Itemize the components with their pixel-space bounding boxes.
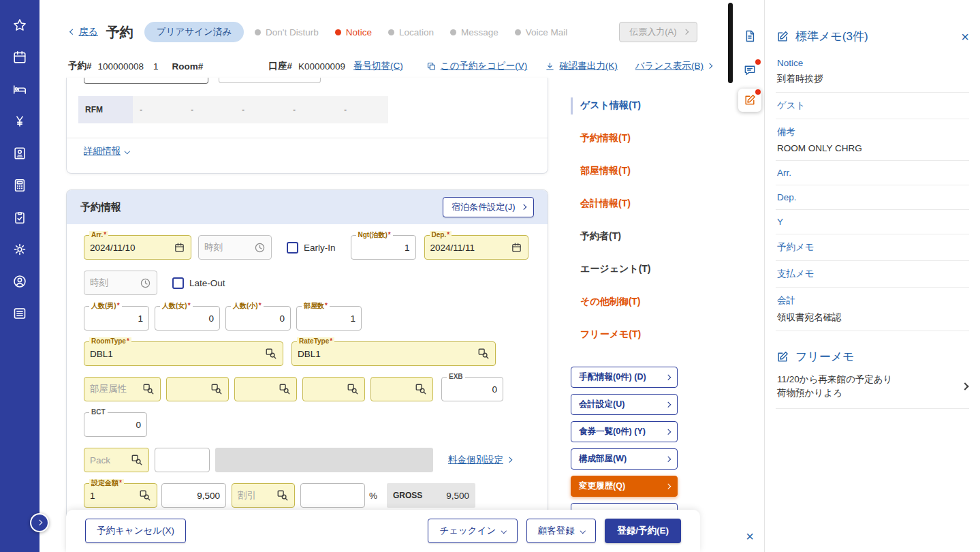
adult-female-field[interactable]: 人数(女)* 0 — [155, 306, 220, 331]
exb-field[interactable]: EXB 0 — [441, 377, 503, 401]
nav-booker[interactable]: 予約者(T) — [580, 230, 621, 243]
memo-item-guest[interactable]: ゲスト — [776, 93, 969, 119]
search-icon[interactable] — [210, 383, 223, 395]
user-circle-icon[interactable] — [10, 271, 30, 292]
clipboard-check-icon[interactable] — [10, 207, 30, 228]
discount-rate-field[interactable] — [300, 483, 365, 508]
child-field[interactable]: 人数(小)* 0 — [225, 306, 291, 331]
room-type-field[interactable]: RoomType* DBL1 — [84, 341, 283, 366]
memo-item-notice[interactable]: Notice 到着時挨拶 — [776, 51, 969, 93]
search-icon[interactable] — [142, 383, 155, 395]
memo-item-accounting[interactable]: 会計 領収書宛名確認 — [776, 288, 969, 331]
calendar-icon[interactable] — [10, 47, 30, 67]
calendar-icon[interactable] — [174, 242, 185, 254]
sidebar-expand-button[interactable] — [30, 513, 49, 532]
calculator-icon[interactable] — [10, 175, 30, 196]
change-history-button[interactable]: 変更履歴(Q) — [571, 476, 678, 497]
customer-register-button[interactable]: 顧客登録 — [526, 519, 597, 543]
price-individual-link[interactable]: 料金個別設定 — [448, 454, 511, 466]
free-memo-item[interactable]: 11/20から再来館の予定あり 荷物預かりよろ — [776, 365, 969, 409]
late-out-checkbox[interactable]: Late-Out — [172, 277, 225, 289]
search-field[interactable] — [234, 377, 297, 401]
search-icon[interactable] — [131, 454, 143, 466]
memo-item-dep[interactable]: Dep. — [776, 185, 969, 210]
copy-reservation-link[interactable]: この予約をコピー(V) — [426, 60, 528, 72]
bed-icon[interactable] — [10, 79, 30, 99]
accounting-settings-button[interactable]: 会計設定(U) — [571, 394, 678, 415]
main-scrollbar[interactable] — [727, 0, 733, 552]
early-in-checkbox[interactable]: Early-In — [287, 242, 336, 254]
pack-code-field[interactable] — [155, 448, 210, 472]
cut-field[interactable] — [219, 78, 321, 83]
star-icon[interactable] — [10, 15, 30, 35]
status-dot — [515, 29, 521, 35]
checkbox-box — [287, 242, 298, 254]
memo-item-remarks[interactable]: 備考 ROOM ONLY CHRG — [776, 119, 969, 161]
search-icon[interactable] — [347, 383, 359, 395]
gear-icon[interactable] — [10, 239, 30, 260]
copy-icon — [426, 61, 437, 72]
detail-info-link[interactable]: 詳細情報 — [84, 145, 129, 157]
nav-accounting-info[interactable]: 会計情報(T) — [580, 198, 631, 210]
list-icon[interactable] — [10, 303, 30, 324]
nav-room-info[interactable]: 部屋情報(T) — [580, 165, 631, 177]
panel-close-icon[interactable]: × — [738, 525, 761, 548]
memo-item-payment-memo[interactable]: 支払メモ — [776, 261, 969, 288]
search-icon[interactable] — [265, 348, 277, 360]
room-attribute-field[interactable]: 部屋属性 — [84, 377, 161, 401]
search-field[interactable] — [166, 377, 229, 401]
discount-field[interactable]: 割引 — [232, 483, 295, 508]
nav-guest-info[interactable]: ゲスト情報(T) — [580, 99, 641, 112]
memo-close-button[interactable]: × — [961, 30, 969, 44]
memo-item-reservation-memo[interactable]: 予約メモ — [776, 234, 969, 261]
yen-icon[interactable] — [10, 111, 30, 132]
amount-setting-field[interactable]: 設定金額* 1 — [84, 483, 157, 508]
nav-reservation-info[interactable]: 予約情報(T) — [580, 132, 631, 144]
search-field[interactable] — [302, 377, 365, 401]
search-icon[interactable] — [139, 489, 151, 502]
back-link[interactable]: 戻る — [71, 26, 98, 38]
departure-time-field[interactable]: 時刻 — [84, 271, 157, 295]
scrollbar-thumb[interactable] — [728, 3, 733, 83]
edit-memo-icon[interactable] — [738, 89, 761, 112]
cut-field[interactable] — [84, 78, 208, 84]
arrival-time-field[interactable]: 時刻 — [198, 235, 272, 260]
document-memo-icon[interactable] — [738, 25, 761, 48]
arrangement-info-button[interactable]: 手配情報(0件) (D) — [571, 367, 678, 388]
price-field[interactable]: 9,500 — [161, 483, 226, 508]
certificate-icon[interactable] — [10, 143, 30, 164]
notification-dot — [755, 59, 761, 65]
chat-memo-icon[interactable] — [738, 59, 761, 82]
memo-item-y[interactable]: Y — [776, 210, 969, 234]
chevron-right-icon — [37, 520, 42, 525]
rate-type-field[interactable]: RateType* DBL1 — [291, 341, 496, 366]
rfm-value: - — [286, 96, 337, 123]
bct-field[interactable]: BCT 0 — [84, 412, 147, 437]
status-location: Location — [388, 27, 434, 37]
pack-field[interactable]: Pack — [84, 448, 149, 472]
cancel-reservation-button[interactable]: 予約キャンセル(X) — [85, 519, 186, 543]
meal-ticket-button[interactable]: 食券一覧(0件) (Y) — [571, 421, 678, 442]
adult-male-field[interactable]: 人数(男)* 1 — [84, 306, 149, 331]
nav-other-control[interactable]: その他制御(T) — [580, 296, 641, 308]
room-count-field[interactable]: 部屋数* 1 — [296, 306, 362, 331]
component-rooms-button[interactable]: 構成部屋(W) — [571, 448, 678, 470]
search-icon[interactable] — [276, 489, 289, 502]
number-switch-link[interactable]: 番号切替(C) — [353, 60, 403, 72]
stay-condition-button[interactable]: 宿泊条件設定(J) — [443, 197, 534, 217]
checkin-button[interactable]: チェックイン — [428, 519, 517, 543]
nav-free-memo[interactable]: フリーメモ(T) — [580, 328, 641, 341]
search-icon[interactable] — [279, 383, 291, 395]
calendar-icon[interactable] — [511, 242, 522, 254]
nav-agent[interactable]: エージェント(T) — [580, 263, 651, 275]
nights-field[interactable]: Ngt(泊数)* 1 — [351, 235, 416, 260]
memo-item-arr[interactable]: Arr. — [776, 161, 969, 185]
submit-reservation-button[interactable]: 登録/予約(E) — [605, 519, 681, 543]
search-field[interactable] — [370, 377, 433, 401]
departure-date-field[interactable]: Dep.* 2024/11/11 — [424, 235, 528, 260]
search-icon[interactable] — [477, 348, 490, 360]
chevron-right-icon — [665, 402, 670, 408]
search-icon[interactable] — [415, 383, 427, 395]
chevron-right-icon — [520, 204, 526, 210]
arrival-date-field[interactable]: Arr.* 2024/11/10 — [84, 235, 191, 260]
